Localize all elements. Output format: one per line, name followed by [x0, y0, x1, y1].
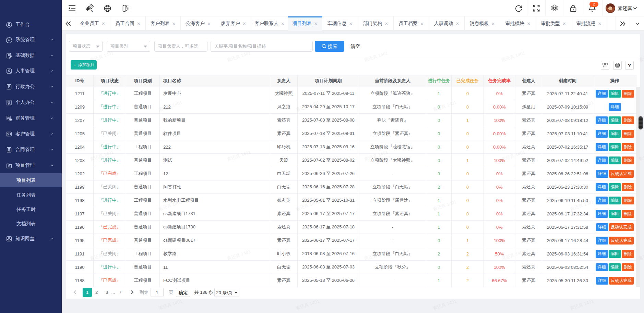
svg-text:A: A [91, 9, 93, 12]
